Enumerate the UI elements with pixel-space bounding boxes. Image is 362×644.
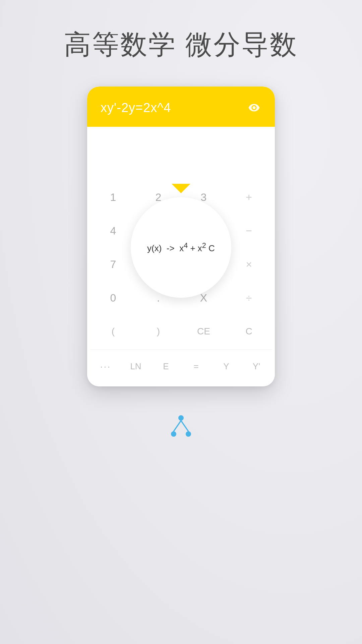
page-title: 高等数学 微分导数	[64, 27, 298, 63]
calculator-card: xy'-2y=2x^4 y(x) -> x4 + x2 C 1 2 3 + 4	[87, 87, 275, 386]
bottom-nav	[168, 413, 194, 441]
result-display: y(x) -> x4 + x2 C	[147, 240, 215, 255]
tree-structure-icon[interactable]	[168, 413, 194, 441]
svg-line-4	[181, 421, 188, 431]
calc-header: xy'-2y=2x^4	[87, 87, 275, 127]
key-multiply[interactable]: ×	[226, 248, 272, 281]
key-equals[interactable]: =	[181, 350, 211, 383]
key-minus[interactable]: −	[226, 214, 272, 248]
key-row-5: ( ) CE C	[90, 315, 272, 348]
key-y-prime[interactable]: Y'	[241, 350, 272, 383]
result-bubble: y(x) -> x4 + x2 C	[131, 197, 231, 298]
svg-point-1	[171, 431, 176, 437]
key-0[interactable]: 0	[90, 281, 136, 315]
key-plus[interactable]: +	[226, 180, 272, 214]
key-1[interactable]: 1	[90, 180, 136, 214]
key-c[interactable]: C	[226, 315, 272, 348]
key-ln[interactable]: LN	[121, 350, 151, 383]
key-close-paren[interactable]: )	[136, 315, 181, 348]
equation-display: xy'-2y=2x^4	[101, 101, 171, 115]
key-open-paren[interactable]: (	[90, 315, 136, 348]
key-divide[interactable]: ÷	[226, 281, 272, 315]
svg-point-2	[186, 431, 191, 437]
key-more[interactable]: ···	[90, 350, 121, 383]
key-e[interactable]: E	[151, 350, 181, 383]
key-ce[interactable]: CE	[181, 315, 226, 348]
key-7[interactable]: 7	[90, 248, 136, 281]
key-4[interactable]: 4	[90, 214, 136, 248]
key-row-bottom: ··· LN E = Y Y'	[90, 350, 272, 383]
eye-button[interactable]	[247, 100, 261, 115]
key-y[interactable]: Y	[211, 350, 241, 383]
svg-point-0	[178, 415, 184, 421]
svg-line-3	[174, 421, 181, 431]
